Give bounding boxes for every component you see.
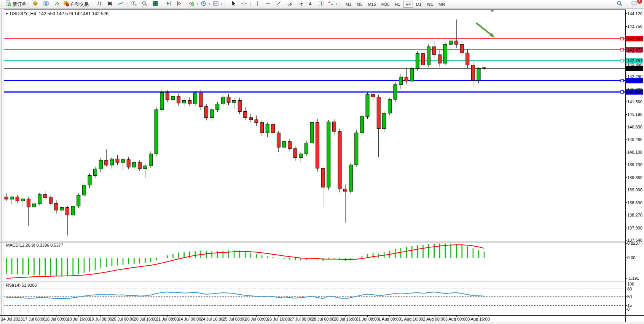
svg-text:T: T	[320, 1, 323, 6]
vertical-line-button[interactable]	[252, 0, 263, 8]
horizontal-line-icon	[265, 0, 271, 8]
hline-handle[interactable]	[621, 59, 623, 62]
timeframe-m5[interactable]: M5	[354, 1, 365, 8]
time-tick-label: 24 Jul 16:00	[201, 317, 223, 321]
new-order-button[interactable]: 新订单	[4, 0, 27, 8]
candle-body	[288, 141, 292, 149]
templates-button[interactable]: ▼	[212, 0, 224, 8]
candlestick-chart-button[interactable]	[105, 0, 115, 8]
candle-body	[32, 204, 36, 207]
candle-body	[266, 124, 269, 133]
candle-body	[349, 165, 352, 191]
vertical-line-icon	[254, 0, 260, 8]
candle-body	[82, 185, 86, 195]
macd-tick-label: 0.8237	[627, 241, 640, 245]
chart-svg[interactable]: 144.120143.750143.020142.650142.290141.9…	[0, 0, 644, 324]
zoom-out-button[interactable]	[139, 0, 150, 8]
macd-tick-label: -1.191	[627, 276, 639, 281]
text-button[interactable]: A	[305, 0, 316, 8]
templates-icon	[213, 0, 219, 8]
auto-scroll-button[interactable]	[163, 0, 174, 8]
price-tag-label: 142.176	[627, 78, 642, 83]
timeframe-m1[interactable]: M1	[343, 1, 354, 8]
toolbar: 新订单 自动交易 ▼ ▼ ▼ E F A T ▼ M1 M5 M15 M30 H…	[0, 0, 644, 9]
crosshair-button[interactable]	[239, 0, 249, 8]
chevron-down-icon: ▼	[335, 3, 338, 5]
hline-handle[interactable]	[621, 91, 623, 93]
candle-body	[99, 160, 102, 169]
timeframe-h4[interactable]: H4	[403, 1, 413, 8]
price-tick-label: 139.730	[627, 162, 642, 167]
accounts-icon	[43, 0, 49, 8]
candle-body	[316, 122, 319, 168]
price-tick-label: 143.750	[627, 24, 642, 29]
candle-body	[249, 118, 252, 120]
fibonacci-button[interactable]: F	[295, 0, 305, 8]
timeframe-m15[interactable]: M15	[365, 1, 378, 8]
time-tick-label: 17 Jul 08:00	[23, 317, 46, 321]
notification-badge: 1	[637, 0, 642, 4]
macd-indicator-label: MACD(12,26,9) 0.3396 0.5377	[6, 243, 63, 247]
channel-button[interactable]: E	[284, 0, 295, 8]
hline-handle[interactable]	[621, 79, 623, 82]
time-tick-label: 19 Jul 08:00	[89, 317, 112, 321]
candle-body	[54, 204, 58, 210]
indicators-button[interactable]: ▼	[187, 0, 199, 8]
tile-windows-icon	[152, 0, 158, 8]
price-tick-label: 140.830	[627, 125, 642, 129]
candle-body	[121, 160, 125, 162]
toolbar-grip	[225, 2, 226, 7]
time-tick-label: 31 Jul 08:00	[356, 317, 379, 321]
arrows-button[interactable]: ▼	[327, 0, 339, 8]
timeframe-w1[interactable]: W1	[424, 1, 435, 8]
candle-body	[477, 68, 480, 80]
timeframe-m30[interactable]: M30	[379, 1, 392, 8]
price-tag-label: 141.845	[627, 90, 642, 94]
rsi-tick-label: 0	[627, 307, 630, 311]
line-chart-icon	[118, 0, 124, 8]
timeframe-h1[interactable]: H1	[392, 1, 402, 8]
candle-body	[66, 207, 69, 215]
search-button[interactable]	[614, 0, 625, 8]
periods-icon	[201, 0, 207, 8]
hline-handle[interactable]	[621, 37, 623, 40]
cursor-button[interactable]	[228, 0, 239, 8]
horizontal-line-button[interactable]	[263, 0, 273, 8]
timeframe-mn[interactable]: MN	[436, 1, 447, 8]
candle-body	[483, 68, 486, 69]
toolbar-grip	[91, 2, 92, 7]
zoom-in-button[interactable]	[129, 0, 139, 8]
periods-button[interactable]: ▼	[199, 0, 212, 8]
hline-handle[interactable]	[621, 48, 623, 51]
chart-canvas[interactable]: 144.120143.750143.020142.650142.290141.9…	[0, 0, 644, 324]
deposit-button[interactable]	[30, 0, 41, 8]
trendline-button[interactable]	[273, 0, 284, 8]
candle-body	[166, 93, 169, 100]
candle-body	[438, 55, 442, 63]
new-order-icon	[5, 0, 11, 8]
price-tick-label: 140.100	[627, 150, 642, 154]
time-tick-label: 20 Jul 00:00	[112, 317, 134, 321]
candle-body	[43, 194, 47, 197]
accounts-button[interactable]	[41, 0, 51, 8]
chart-shift-button[interactable]	[174, 0, 185, 8]
signal-button[interactable]	[51, 0, 62, 8]
chat-button[interactable]: 1	[629, 0, 639, 8]
candle-body	[233, 100, 236, 102]
candle-body	[210, 110, 214, 118]
bar-chart-button[interactable]	[94, 0, 105, 8]
time-tick-label: 26 Jul 16:00	[267, 317, 290, 321]
timeframe-d1[interactable]: D1	[414, 1, 424, 8]
autotrade-button[interactable]: 自动交易	[62, 0, 90, 8]
svg-text:F: F	[300, 3, 303, 7]
tile-windows-button[interactable]	[150, 0, 161, 8]
rsi-tick-label: 80	[627, 287, 632, 291]
chart-header-text: USDJPY-,H4 142.550 142.576 142.481 142.5…	[10, 11, 108, 16]
candle-body	[155, 110, 158, 154]
line-chart-button[interactable]	[115, 0, 126, 8]
price-tick-label: 144.120	[627, 11, 642, 16]
candle-body	[71, 206, 75, 215]
candle-body	[182, 100, 186, 103]
text-label-button[interactable]: T	[316, 0, 327, 8]
candle-body	[260, 122, 264, 133]
